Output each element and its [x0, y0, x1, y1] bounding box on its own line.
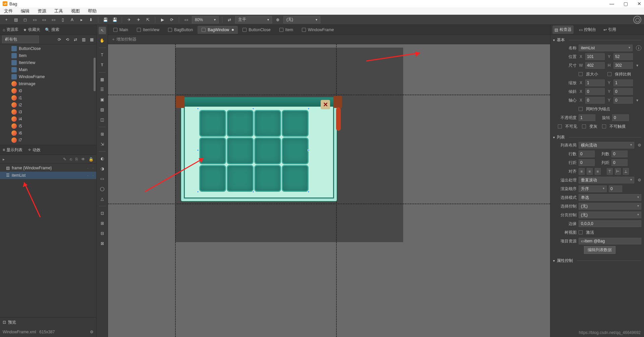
doc-tab[interactable]: ItemView	[133, 26, 163, 34]
download-icon[interactable]: ⬇	[87, 16, 95, 23]
play-icon[interactable]: ▸	[3, 157, 5, 162]
extra1-icon[interactable]: ⊡	[99, 210, 106, 217]
gray-check[interactable]	[582, 124, 586, 128]
margin-field[interactable]: 0,0,0,0	[579, 220, 641, 227]
untouch-check[interactable]	[602, 124, 606, 128]
pivot-y[interactable]: 0	[613, 97, 633, 104]
link-icon[interactable]: ⎋	[70, 157, 72, 162]
asset-item[interactable]: i5	[0, 122, 96, 129]
render-order[interactable]: 升序	[579, 185, 607, 192]
extra3-icon[interactable]: ⊟	[99, 230, 106, 237]
edit-icon[interactable]: ✎	[63, 157, 66, 162]
shape2-icon[interactable]: ◑	[99, 165, 106, 172]
image-icon[interactable]: ▦	[99, 76, 106, 83]
menu-file[interactable]: 文件	[4, 8, 13, 14]
preview-play-icon[interactable]: ▶	[159, 16, 166, 23]
pos-x[interactable]: 101	[585, 53, 605, 60]
gear-icon[interactable]: ⚙	[90, 330, 94, 334]
scale-y[interactable]: 1	[613, 79, 633, 86]
tab-library[interactable]: ⌂ 资源库	[3, 27, 18, 33]
loader-icon[interactable]: ▣	[99, 96, 106, 103]
graph-icon[interactable]: ▨	[99, 106, 106, 113]
asset-item[interactable]: i0	[0, 87, 96, 94]
rotate-field[interactable]: 0	[612, 114, 629, 121]
asset-item[interactable]: i6	[0, 129, 96, 136]
save-icon[interactable]: 💾	[102, 16, 109, 23]
asset-item[interactable]: btnimage	[0, 80, 96, 87]
asset-item[interactable]: Main	[0, 66, 96, 73]
canvas[interactable]: ✕	[108, 44, 550, 337]
shape4-icon[interactable]: ◯	[99, 185, 106, 192]
render-num[interactable]: 0	[609, 185, 622, 192]
align-center-icon[interactable]: ≡	[587, 168, 593, 175]
close-button[interactable]: ✕	[637, 1, 641, 6]
extra4-icon[interactable]: ⊠	[99, 240, 106, 247]
gear-icon[interactable]: ⚙	[638, 143, 641, 148]
doc-tab[interactable]: Main	[109, 26, 132, 34]
tab-reference[interactable]: ↩ 引用	[601, 25, 618, 34]
export-icon[interactable]: ⇱	[144, 16, 152, 23]
richtext-icon[interactable]: Ŧ	[99, 61, 106, 69]
hierarchy[interactable]: ▤frame {WindowFrame}··☰itemList··	[0, 164, 96, 317]
colgap-field[interactable]: 0	[611, 159, 628, 166]
copy-icon[interactable]: ⎘	[75, 157, 78, 162]
tab-favorites[interactable]: ★ 收藏夹	[23, 27, 40, 33]
menu-resource[interactable]: 资源	[38, 8, 46, 14]
bookmark-icon[interactable]: ◻	[21, 16, 29, 23]
new-icon[interactable]: ＋	[3, 16, 10, 23]
asset-item[interactable]: i3	[0, 108, 96, 115]
tree-check[interactable]	[579, 230, 583, 234]
close-x-icon[interactable]: ✕	[321, 100, 330, 109]
columns-icon[interactable]: ▥	[81, 37, 86, 42]
asset-item[interactable]: i1	[0, 94, 96, 101]
page-control[interactable]: (无)	[579, 212, 641, 218]
scrollbar[interactable]	[94, 58, 96, 91]
list-layout[interactable]: 横向流动	[579, 142, 634, 149]
relation-icon[interactable]: ⇲	[99, 141, 106, 148]
asset-list[interactable]: ButtonCloseItemItemViewMainWindowFramebt…	[0, 44, 96, 145]
doc-tab[interactable]: WindowFrame	[298, 26, 338, 34]
maximize-button[interactable]: ▢	[624, 1, 628, 6]
skew-y[interactable]: 0	[613, 88, 633, 95]
asset-item[interactable]: ItemView	[0, 59, 96, 66]
extra2-icon[interactable]: ⊞	[99, 220, 106, 227]
doc-tab[interactable]: ButtonClose	[238, 26, 274, 34]
zoom-combo[interactable]: 80%▾	[192, 16, 219, 23]
text-tool-icon[interactable]: T	[99, 51, 106, 59]
item-resource[interactable]: ▭ Item @Bag	[579, 238, 641, 244]
asset-item[interactable]: i2	[0, 101, 96, 108]
panel2-icon[interactable]: ▭	[40, 16, 48, 23]
device-icon[interactable]: ▯	[59, 16, 66, 23]
minimize-button[interactable]: —	[609, 1, 614, 6]
group-icon[interactable]: ⊞	[99, 130, 106, 138]
shape1-icon[interactable]: ◐	[99, 155, 106, 162]
shape3-icon[interactable]: ▭	[99, 175, 106, 182]
panel-icon[interactable]: ▭	[31, 16, 38, 23]
scale-x[interactable]: 1	[585, 79, 605, 86]
eye-icon[interactable]: 👁	[81, 157, 85, 162]
refresh-icon[interactable]: ⟳	[57, 37, 62, 42]
hierarchy-item[interactable]: ☰itemList··	[0, 172, 96, 179]
hand-icon[interactable]: ✋	[99, 37, 106, 44]
avatar-icon[interactable]: ◯	[633, 16, 641, 24]
shape5-icon[interactable]: △	[99, 195, 106, 203]
name-field[interactable]: itemList	[579, 45, 633, 51]
menu-tool[interactable]: 工具	[54, 8, 63, 14]
size-h[interactable]: 302	[613, 62, 633, 69]
branch-icon[interactable]: ⇄	[226, 16, 233, 23]
tab-effect[interactable]: ✧ 动效	[28, 147, 41, 153]
opacity-field[interactable]: 1	[579, 114, 595, 121]
list-tool-icon[interactable]: ☰	[99, 86, 106, 93]
add-controller[interactable]: ＋ 增加控制器	[111, 37, 137, 42]
tab-console[interactable]: ▭ 控制台	[577, 25, 598, 34]
orig-size-check[interactable]	[579, 72, 583, 76]
invisible-check[interactable]	[558, 124, 562, 128]
gear-icon[interactable]: ⚙	[638, 178, 641, 182]
pivot-x[interactable]: 0	[585, 97, 605, 104]
chevron-down-icon[interactable]: ▾	[636, 63, 638, 68]
valign-top-icon[interactable]: ⊤	[607, 168, 613, 175]
hierarchy-item[interactable]: ▤frame {WindowFrame}··	[0, 164, 96, 172]
valign-mid-icon[interactable]: ⊢	[615, 168, 621, 175]
menu-help[interactable]: 帮助	[88, 8, 97, 14]
chevron-down-icon[interactable]: ▾	[636, 98, 638, 103]
